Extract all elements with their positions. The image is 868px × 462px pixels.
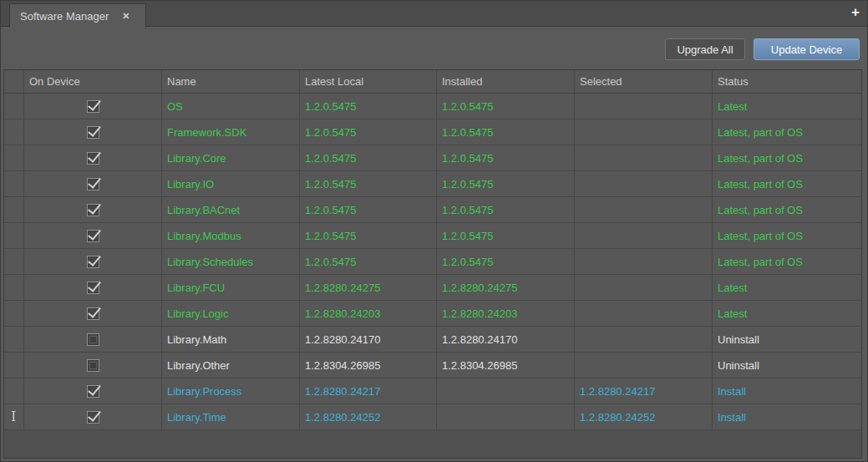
on-device-cell <box>24 223 162 248</box>
table-body: OS1.2.0.54751.2.0.5475LatestFramework.SD… <box>4 94 861 430</box>
row-selector-cell[interactable] <box>4 197 24 222</box>
selected-cell <box>575 145 713 170</box>
row-selector-cell[interactable] <box>4 223 24 248</box>
row-selector-cell[interactable] <box>4 119 24 145</box>
on-device-checkbox[interactable] <box>87 100 99 113</box>
on-device-checkbox[interactable] <box>87 282 99 294</box>
latest-local-cell: 1.2.8280.24203 <box>300 301 437 326</box>
status-cell: Latest, part of OS <box>713 197 861 222</box>
table-row-library-io[interactable]: Library.IO1.2.0.54751.2.0.5475Latest, pa… <box>4 171 861 197</box>
status-cell: Latest, part of OS <box>713 171 861 196</box>
on-device-checkbox[interactable] <box>87 126 99 139</box>
table-row-library-process[interactable]: Library.Process1.2.8280.242171.2.8280.24… <box>4 378 861 404</box>
on-device-checkbox[interactable] <box>87 385 99 398</box>
name-cell: Library.BACnet <box>162 197 300 222</box>
status-cell: Uninstall <box>713 353 861 378</box>
selected-cell <box>575 94 713 119</box>
software-table: On DeviceNameLatest LocalInstalledSelect… <box>3 69 862 459</box>
selected-cell <box>575 197 713 222</box>
installed-cell: 1.2.8280.24170 <box>437 327 575 352</box>
row-selector-cell[interactable] <box>4 94 24 119</box>
installed-cell: 1.2.0.5475 <box>437 249 575 274</box>
selected-cell: 1.2.8280.24217 <box>575 378 713 404</box>
latest-local-cell: 1.2.0.5475 <box>300 119 437 145</box>
selected-cell <box>575 275 713 300</box>
column-header-on-device[interactable]: On Device <box>24 70 162 93</box>
name-cell: Library.Math <box>162 327 300 352</box>
on-device-checkbox[interactable] <box>87 333 99 346</box>
installed-cell: 1.2.8280.24203 <box>437 301 575 326</box>
table-row-library-logic[interactable]: Library.Logic1.2.8280.242031.2.8280.2420… <box>4 301 861 327</box>
new-tab-icon[interactable]: + <box>851 5 860 19</box>
on-device-cell <box>24 145 162 170</box>
name-cell: Library.Process <box>162 378 300 404</box>
name-cell: Library.Schedules <box>162 249 300 274</box>
installed-cell <box>437 404 575 429</box>
selected-cell <box>575 353 713 378</box>
name-cell: Library.Other <box>162 353 300 378</box>
row-selector-cell[interactable] <box>4 353 24 378</box>
installed-cell <box>437 378 575 404</box>
tab-bar: Software Manager ✕ + <box>1 1 867 27</box>
table-row-library-time[interactable]: Library.Time1.2.8280.242521.2.8280.24252… <box>4 404 861 430</box>
tab-software-manager[interactable]: Software Manager ✕ <box>9 3 146 28</box>
selected-cell <box>575 327 713 352</box>
on-device-cell <box>24 171 162 196</box>
row-selector-cell[interactable] <box>4 145 24 170</box>
latest-local-cell: 1.2.8304.26985 <box>300 353 437 378</box>
latest-local-cell: 1.2.8280.24217 <box>300 378 437 404</box>
status-cell: Latest, part of OS <box>713 223 861 248</box>
row-selector-cell[interactable] <box>4 378 24 404</box>
on-device-checkbox[interactable] <box>87 256 99 268</box>
row-selector-cell[interactable] <box>4 249 24 274</box>
upgrade-all-button[interactable]: Upgrade All <box>665 38 745 60</box>
status-cell: Latest, part of OS <box>713 119 861 145</box>
selected-cell <box>575 171 713 196</box>
name-cell: Library.Logic <box>162 301 300 326</box>
column-header-name[interactable]: Name <box>162 70 300 93</box>
column-header-selected[interactable]: Selected <box>575 70 713 93</box>
table-row-library-fcu[interactable]: Library.FCU1.2.8280.242751.2.8280.24275L… <box>4 275 861 301</box>
column-header-status[interactable]: Status <box>713 70 861 93</box>
latest-local-cell: 1.2.0.5475 <box>300 197 437 222</box>
selected-cell <box>575 119 713 145</box>
name-cell: Library.Time <box>162 404 300 429</box>
installed-cell: 1.2.0.5475 <box>437 145 575 170</box>
tab-close-icon[interactable]: ✕ <box>122 11 129 22</box>
on-device-checkbox[interactable] <box>87 411 99 424</box>
table-row-os[interactable]: OS1.2.0.54751.2.0.5475Latest <box>4 94 861 119</box>
name-cell: Library.IO <box>162 171 300 196</box>
table-row-framework-sdk[interactable]: Framework.SDK1.2.0.54751.2.0.5475Latest,… <box>4 119 861 145</box>
on-device-cell <box>24 327 162 352</box>
on-device-checkbox[interactable] <box>87 152 99 165</box>
latest-local-cell: 1.2.0.5475 <box>300 171 437 196</box>
row-selector-cell[interactable] <box>4 327 24 352</box>
table-row-library-modbus[interactable]: Library.Modbus1.2.0.54751.2.0.5475Latest… <box>4 223 861 249</box>
installed-cell: 1.2.0.5475 <box>437 171 575 196</box>
table-row-library-bacnet[interactable]: Library.BACnet1.2.0.54751.2.0.5475Latest… <box>4 197 861 223</box>
update-device-button[interactable]: Update Device <box>754 38 860 60</box>
column-header-latest-local[interactable]: Latest Local <box>300 70 437 93</box>
row-selector-cell[interactable] <box>4 301 24 326</box>
on-device-checkbox[interactable] <box>87 359 99 372</box>
row-selector-cell[interactable] <box>4 171 24 196</box>
installed-cell: 1.2.8304.26985 <box>437 353 575 378</box>
status-cell: Install <box>713 404 861 429</box>
tab-label: Software Manager <box>20 10 109 23</box>
latest-local-cell: 1.2.8280.24170 <box>300 327 437 352</box>
row-selector-cell[interactable] <box>4 275 24 300</box>
table-header-row: On DeviceNameLatest LocalInstalledSelect… <box>4 70 861 94</box>
table-row-library-schedules[interactable]: Library.Schedules1.2.0.54751.2.0.5475Lat… <box>4 249 861 275</box>
table-row-library-core[interactable]: Library.Core1.2.0.54751.2.0.5475Latest, … <box>4 145 861 171</box>
on-device-cell <box>24 378 162 404</box>
on-device-checkbox[interactable] <box>87 204 99 216</box>
status-cell: Latest, part of OS <box>713 145 861 170</box>
table-row-library-math[interactable]: Library.Math1.2.8280.241701.2.8280.24170… <box>4 327 861 353</box>
column-header-installed[interactable]: Installed <box>437 70 575 93</box>
on-device-checkbox[interactable] <box>87 307 99 320</box>
table-row-library-other[interactable]: Library.Other1.2.8304.269851.2.8304.2698… <box>4 353 861 378</box>
on-device-checkbox[interactable] <box>87 178 99 190</box>
name-cell: OS <box>162 94 300 119</box>
status-cell: Latest <box>713 275 861 300</box>
on-device-checkbox[interactable] <box>87 230 99 242</box>
